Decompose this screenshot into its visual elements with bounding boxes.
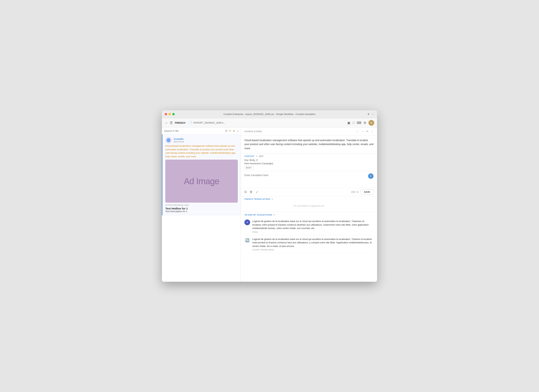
title-bar: Crowdin Enterprise - export_20230422_163…	[162, 110, 377, 118]
context-section: CONTEXT ▼ EDIT Key: Body_0 New Awareness…	[241, 153, 377, 171]
french-section-header: FRENCH TRANSLATIONS ▼	[244, 198, 374, 200]
context-header: CONTEXT ▼ EDIT	[244, 155, 374, 157]
source-label: SOURCE STRING	[244, 130, 262, 132]
toolbar-right: ▣ □ ⌨ ⚙ U	[347, 120, 374, 126]
context-chevron[interactable]: ▼	[256, 155, 258, 157]
suggestion-text: Logiciel de gestion de la localisation b…	[252, 219, 374, 230]
list-item[interactable]: 🌀 Crowdin Sponsored Cloud-based localiza…	[162, 135, 241, 215]
left-panel: ☰ ✏ 👁 + 🌀 Crowdin Sponsor	[162, 127, 241, 282]
layout-single-icon[interactable]: □	[352, 121, 355, 125]
suggestion-source-2: Crowdin Translate (beta)	[252, 249, 374, 251]
context-label[interactable]: CONTEXT	[244, 155, 255, 157]
edit-source-icon[interactable]: ✏	[366, 130, 368, 133]
tm-mt-header: TM AND MT SUGGESTIONS ▼	[244, 214, 374, 216]
file-breadcrumb: 📄 EXPORT_20230422_1638.C...	[189, 121, 225, 125]
menu-button[interactable]: ☰	[170, 121, 173, 125]
source-header: SOURCE STRING ← → ✏ ⋮	[241, 127, 377, 136]
string-list: 🌀 Crowdin Sponsored Cloud-based localiza…	[162, 135, 241, 282]
prev-icon[interactable]: ←	[356, 130, 359, 133]
search-bar: ☰ ✏ 👁 +	[162, 127, 241, 135]
string-text: Cloud-based localization management soft…	[165, 144, 238, 158]
context-badge: BODY	[244, 166, 253, 169]
url-text: HTTPS://CROWDIN.COM/	[165, 204, 238, 206]
source-header-icons: ← → ✏ ⋮	[356, 130, 374, 133]
settings-icon[interactable]: ⚙	[363, 121, 366, 125]
description-text: Test Description for 1	[165, 210, 238, 213]
translation-section: C	[241, 171, 377, 188]
file-icon: 📄	[189, 121, 192, 125]
close-button[interactable]	[165, 113, 167, 115]
translation-meta: 230 • 0 SAVE	[351, 189, 374, 194]
more-source-icon[interactable]: ⋮	[371, 130, 374, 133]
delete-translation-icon[interactable]: 🗑	[250, 190, 253, 194]
ad-image-label: Ad Image	[184, 176, 219, 186]
filename-label: EXPORT_20230422_1638.C...	[193, 121, 225, 124]
tm-mt-chevron[interactable]: ▼	[274, 214, 275, 216]
breadcrumb-chevron: ›	[187, 121, 187, 124]
brand-row: 🌀 Crowdin Sponsored	[165, 137, 238, 143]
window-title: Crowdin Enterprise - export_20230422_163…	[223, 113, 316, 116]
suggestion-content: Logiciel de gestion de la localisation b…	[252, 219, 374, 233]
translation-tools: ⧉ 🗑 ⤢	[244, 190, 258, 194]
char-count2: 0	[357, 191, 358, 193]
more-icon[interactable]: ⋯	[371, 112, 374, 116]
traffic-lights	[165, 113, 175, 115]
french-translations-section: FRENCH TRANSLATIONS ▼ No translations su…	[241, 196, 377, 212]
suggestion-item[interactable]: ✦ Logiciel de gestion de la localisation…	[244, 217, 374, 235]
language-label: FRENCH	[175, 121, 185, 124]
list-icon[interactable]: ☰	[225, 129, 227, 132]
char-count-value: 230	[351, 191, 355, 193]
tm-mt-section: TM AND MT SUGGESTIONS ▼ ✦ Logiciel de ge…	[241, 212, 377, 282]
char-count: 230 • 0	[351, 191, 358, 193]
user-avatar[interactable]: U	[368, 120, 374, 126]
french-label[interactable]: FRENCH TRANSLATIONS	[244, 198, 270, 200]
context-edit-label[interactable]: EDIT	[259, 155, 264, 157]
context-campaign: New Awareness Campaign}	[244, 162, 374, 165]
copy-translation-icon[interactable]: ⧉	[244, 190, 247, 194]
edit-icon[interactable]: ✏	[229, 129, 231, 132]
ai-translate-button[interactable]: C	[368, 173, 374, 179]
suggestion-text-2: Logiciel de gestion de la localisation b…	[252, 237, 374, 248]
title-bar-right: ✦ ⋯	[367, 112, 374, 116]
maximize-button[interactable]	[172, 113, 175, 115]
layout-split-icon[interactable]: ▣	[347, 121, 350, 125]
main-window: Crowdin Enterprise - export_20230422_163…	[162, 110, 377, 282]
brand-info: Crowdin Sponsored	[173, 138, 184, 143]
crowdin-translate-icon: 🔄	[244, 237, 250, 243]
toolbar: ← ☰ FRENCH › 📄 EXPORT_20230422_1638.C...…	[162, 118, 377, 127]
main-layout: ☰ ✏ 👁 + 🌀 Crowdin Sponsor	[162, 127, 377, 282]
add-icon[interactable]: +	[237, 130, 238, 132]
search-input[interactable]	[164, 130, 224, 132]
brand-subtitle: Sponsored	[173, 140, 184, 143]
headline-text: Test Hedline for 1	[165, 207, 238, 210]
ai-icon: C	[370, 174, 372, 178]
tm-mt-label[interactable]: TM AND MT SUGGESTIONS	[244, 214, 272, 216]
eye-icon[interactable]: 👁	[233, 130, 236, 132]
no-translations-text: No translations suggested yet	[244, 202, 374, 210]
right-panel: SOURCE STRING ← → ✏ ⋮ Cloud-based locali…	[241, 127, 377, 282]
source-text: Cloud-based localization management soft…	[241, 136, 377, 153]
brand-logo-icon: 🌀	[167, 138, 171, 142]
suggestion-source: DeepL	[252, 231, 374, 233]
translation-input[interactable]	[244, 174, 374, 184]
deepl-icon: ✦	[244, 219, 250, 225]
keyboard-icon[interactable]: ⌨	[357, 121, 361, 125]
minimize-button[interactable]	[168, 113, 171, 115]
brand-logo: 🌀	[165, 137, 172, 143]
brand-name: Crowdin	[173, 138, 184, 140]
extensions-icon[interactable]: ✦	[367, 112, 370, 116]
ad-image: Ad Image	[165, 160, 238, 203]
search-toolbar-icons: ☰ ✏ 👁 +	[225, 129, 238, 132]
suggestion-item[interactable]: 🔄 Logiciel de gestion de la localisation…	[244, 235, 374, 253]
french-chevron[interactable]: ▼	[271, 198, 273, 200]
back-button[interactable]: ←	[165, 121, 168, 125]
save-button[interactable]: SAVE	[361, 189, 374, 194]
suggestion-content-2: Logiciel de gestion de la localisation b…	[252, 237, 374, 251]
context-key: Key: Body_0	[244, 159, 374, 161]
translation-toolbar: ⧉ 🗑 ⤢ 230 • 0 SAVE	[241, 188, 377, 196]
next-icon[interactable]: →	[361, 130, 364, 133]
expand-translation-icon[interactable]: ⤢	[256, 190, 258, 194]
